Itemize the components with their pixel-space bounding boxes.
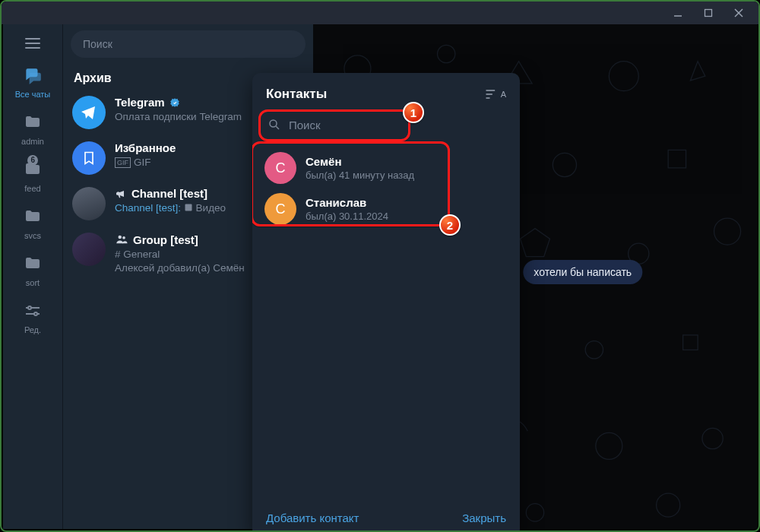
chat-title: Group [test] <box>133 233 198 246</box>
avatar <box>72 233 106 266</box>
svg-point-5 <box>28 306 31 309</box>
modal-title: Контакты <box>266 87 327 102</box>
sort-button[interactable]: A <box>484 87 506 102</box>
avatar <box>72 96 106 129</box>
hamburger-menu-button[interactable] <box>25 38 40 49</box>
svg-rect-8 <box>185 204 192 211</box>
chat-title: Избранное <box>115 141 176 154</box>
contacts-search-input[interactable] <box>260 111 512 138</box>
empty-state-hint: хотели бы написать <box>523 260 642 284</box>
rail-item-svcs[interactable]: svcs <box>21 205 44 240</box>
group-icon <box>115 233 128 246</box>
svg-point-13 <box>609 62 638 91</box>
close-modal-button[interactable]: Закрыть <box>462 511 506 524</box>
contact-name: Станислав <box>306 196 388 209</box>
search-input[interactable]: Поиск <box>71 30 306 58</box>
folder-icon <box>21 252 44 275</box>
svg-point-18 <box>714 218 741 245</box>
annotation-number-1: 1 <box>403 102 424 123</box>
window-minimize-button[interactable] <box>663 4 693 22</box>
chat-title: Telegram <box>115 96 165 109</box>
contact-name: Семён <box>306 155 414 168</box>
svg-point-12 <box>438 45 455 62</box>
rail-label: Все чаты <box>15 90 51 99</box>
bookmark-icon <box>81 150 97 166</box>
svg-point-9 <box>119 236 122 239</box>
window-titlebar <box>2 2 758 24</box>
svg-point-25 <box>526 504 543 521</box>
svg-point-22 <box>596 432 622 459</box>
sliders-icon <box>21 299 44 322</box>
contact-item[interactable]: C Станислав был(а) 30.11.2024 <box>260 188 512 230</box>
thumbnail-icon <box>184 203 193 212</box>
svg-point-15 <box>553 153 576 176</box>
rail-item-all-chats[interactable]: Все чаты <box>15 64 51 99</box>
contacts-search-field[interactable] <box>289 119 395 131</box>
rail-item-edit-folders[interactable]: Ред. <box>21 299 44 334</box>
rail-item-admin[interactable]: admin <box>21 111 44 146</box>
contact-status: был(а) 30.11.2024 <box>306 211 388 222</box>
rail-label: Ред. <box>24 325 41 334</box>
rail-badge: 6 <box>27 155 38 166</box>
svg-point-20 <box>585 341 603 359</box>
rail-item-feed[interactable]: 6 feed <box>21 158 44 193</box>
verified-icon <box>169 97 180 108</box>
close-icon <box>734 8 743 17</box>
rail-item-sort[interactable]: sort <box>21 252 44 287</box>
gif-badge-icon: GIF <box>115 157 131 168</box>
rail-label: svcs <box>24 231 41 240</box>
window-maximize-button[interactable] <box>693 4 724 22</box>
svg-point-26 <box>657 493 680 517</box>
rail-label: sort <box>26 278 40 287</box>
search-icon <box>268 118 281 131</box>
folder-icon <box>21 205 44 228</box>
svg-point-23 <box>702 428 723 448</box>
window-close-button[interactable] <box>724 4 754 22</box>
avatar: C <box>264 152 296 184</box>
contact-status: был(а) 41 минуту назад <box>306 169 414 181</box>
telegram-icon <box>80 103 98 122</box>
rail-label: admin <box>21 137 44 146</box>
annotation-number-2: 2 <box>439 214 461 236</box>
megaphone-icon <box>115 188 127 200</box>
minimize-icon <box>673 8 682 17</box>
svg-line-31 <box>276 126 279 129</box>
chat-bubbles-icon <box>21 64 44 87</box>
search-placeholder: Поиск <box>83 38 112 50</box>
contacts-modal: Контакты A 1 C Семён <box>252 73 520 532</box>
svg-rect-1 <box>705 10 712 17</box>
avatar <box>72 141 106 175</box>
folder-icon <box>21 111 44 134</box>
folders-rail: Все чаты admin 6 feed svcs sort <box>3 24 62 529</box>
chat-title: Channel [test] <box>131 187 207 200</box>
avatar <box>72 187 106 220</box>
svg-point-30 <box>270 120 277 127</box>
contact-item[interactable]: C Семён был(а) 41 минуту назад <box>260 147 512 188</box>
avatar: C <box>264 193 296 225</box>
maximize-icon <box>704 8 713 17</box>
svg-point-7 <box>34 312 37 315</box>
add-contact-button[interactable]: Добавить контакт <box>266 511 359 524</box>
svg-point-10 <box>122 236 125 239</box>
sort-icon <box>484 87 499 102</box>
rail-label: feed <box>24 184 40 193</box>
